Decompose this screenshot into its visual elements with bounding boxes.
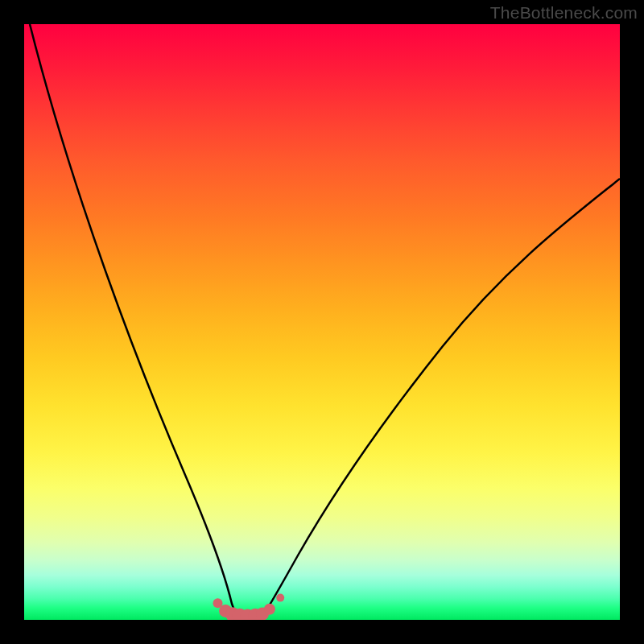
- curve-layer: [24, 24, 620, 620]
- left-branch-path: [30, 24, 238, 617]
- watermark-text: TheBottleneck.com: [490, 3, 638, 23]
- marker-dot: [276, 594, 284, 602]
- marker-dot: [264, 604, 275, 615]
- right-branch-path: [262, 179, 620, 617]
- outer-frame: TheBottleneck.com: [0, 0, 644, 644]
- plot-area: [24, 24, 620, 620]
